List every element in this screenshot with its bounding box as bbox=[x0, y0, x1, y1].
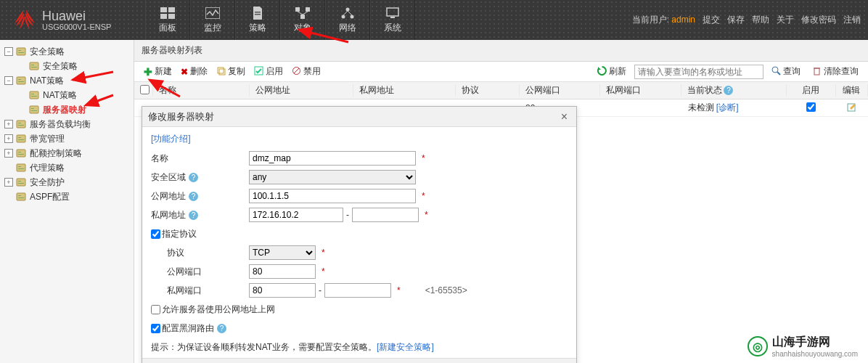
tree-label: 服务器映射 bbox=[43, 104, 86, 116]
svg-rect-43 bbox=[17, 164, 25, 171]
close-icon[interactable]: × bbox=[558, 110, 570, 123]
select-all-checkbox[interactable] bbox=[140, 85, 150, 94]
diagnose-link[interactable]: [诊断] bbox=[716, 102, 739, 113]
disable-button[interactable]: 禁用 bbox=[288, 64, 324, 79]
tab-dashboard[interactable]: 面板 bbox=[145, 0, 190, 40]
svg-rect-17 bbox=[387, 8, 398, 16]
tree-item-1[interactable]: 安全策略 bbox=[0, 59, 134, 73]
allow-public-surf-checkbox[interactable] bbox=[151, 305, 160, 314]
folder-icon bbox=[16, 76, 28, 86]
tree-item-2[interactable]: NAT策略 bbox=[0, 73, 134, 88]
tree-label: 安全防护 bbox=[30, 176, 65, 189]
folder-icon bbox=[16, 163, 28, 173]
clear-query-button[interactable]: 清除查询 bbox=[808, 64, 862, 79]
col-public-addr: 公网地址 bbox=[250, 84, 353, 97]
policy-icon bbox=[250, 7, 266, 20]
help-icon[interactable]: ? bbox=[217, 324, 226, 333]
tab-policy[interactable]: 策略 bbox=[235, 0, 280, 40]
dialog-title-bar[interactable]: 修改服务器映射 × bbox=[142, 107, 576, 127]
new-security-policy-link[interactable]: [新建安全策略] bbox=[377, 342, 434, 352]
disable-icon bbox=[292, 66, 301, 78]
tree-item-0[interactable]: 安全策略 bbox=[0, 44, 134, 59]
search-input[interactable] bbox=[634, 65, 763, 79]
enable-button[interactable]: 启用 bbox=[250, 64, 287, 79]
row-enable-checkbox[interactable] bbox=[806, 102, 816, 112]
svg-rect-1 bbox=[168, 7, 175, 12]
action-logout[interactable]: 注销 bbox=[843, 14, 861, 26]
name-input[interactable] bbox=[249, 151, 416, 166]
tab-system[interactable]: 系统 bbox=[370, 0, 415, 40]
tree-toggle-icon[interactable] bbox=[4, 47, 13, 56]
action-change-password[interactable]: 修改密码 bbox=[801, 14, 836, 26]
private-ip-input[interactable] bbox=[249, 208, 343, 222]
watermark-sub: shanhaishouyouwang.com bbox=[772, 350, 858, 358]
protocol-select[interactable]: TCP bbox=[249, 245, 316, 260]
tree-item-7[interactable]: 配额控制策略 bbox=[0, 146, 134, 160]
watermark: ◎ 山海手游网shanhaishouyouwang.com bbox=[745, 333, 861, 359]
current-user-label: 当前用户: admin bbox=[632, 14, 695, 26]
tree-item-3[interactable]: NAT策略 bbox=[0, 88, 134, 102]
edit-icon[interactable] bbox=[847, 104, 857, 114]
action-help[interactable]: 帮助 bbox=[752, 14, 769, 26]
private-port-end-input[interactable] bbox=[324, 283, 391, 298]
private-ip-end-input[interactable] bbox=[352, 208, 419, 222]
public-ip-input[interactable] bbox=[249, 189, 416, 203]
delete-button[interactable]: ✖删除 bbox=[177, 64, 211, 79]
tab-monitor[interactable]: 监控 bbox=[190, 0, 235, 40]
svg-line-58 bbox=[777, 72, 780, 75]
function-intro-link[interactable]: [功能介绍] bbox=[151, 133, 191, 145]
label-zone: 安全区域? bbox=[151, 171, 249, 184]
new-button[interactable]: ✚新建 bbox=[140, 64, 176, 79]
private-port-input[interactable] bbox=[249, 283, 316, 298]
col-edit: 编辑 bbox=[836, 84, 868, 97]
help-icon[interactable]: ? bbox=[189, 173, 198, 182]
svg-rect-23 bbox=[31, 65, 34, 65]
toolbar: ✚新建 ✖删除 复制 启用 禁用 刷新 查询 清除查询 bbox=[134, 62, 868, 82]
query-button[interactable]: 查询 bbox=[768, 64, 804, 79]
tab-network[interactable]: 网络 bbox=[325, 0, 370, 40]
svg-rect-26 bbox=[18, 79, 21, 80]
tab-object[interactable]: 对象 bbox=[280, 0, 325, 40]
table-header: 名称 公网地址 私网地址 协议 公网端口 私网端口 当前状态? 启用 编辑 bbox=[134, 82, 868, 99]
dashboard-icon bbox=[160, 7, 176, 20]
svg-rect-29 bbox=[31, 94, 34, 94]
folder-icon bbox=[16, 134, 28, 144]
help-icon[interactable]: ? bbox=[189, 192, 198, 201]
help-icon[interactable]: ? bbox=[189, 211, 198, 220]
blackhole-route-checkbox[interactable] bbox=[151, 324, 160, 333]
clear-icon bbox=[812, 66, 822, 78]
action-save[interactable]: 保存 bbox=[727, 14, 745, 26]
tree-toggle-icon[interactable] bbox=[4, 120, 13, 129]
folder-icon bbox=[16, 46, 28, 57]
action-submit[interactable]: 提交 bbox=[703, 14, 720, 26]
svg-rect-41 bbox=[18, 152, 21, 152]
tree-item-8[interactable]: 代理策略 bbox=[0, 160, 134, 175]
tree-item-4[interactable]: 服务器映射 bbox=[0, 102, 134, 117]
folder-icon bbox=[29, 61, 41, 71]
folder-icon bbox=[16, 192, 28, 202]
folder-icon bbox=[29, 90, 41, 100]
model-name: USG6000V1-ENSP bbox=[42, 23, 111, 31]
public-port-input[interactable] bbox=[249, 264, 316, 279]
svg-rect-8 bbox=[306, 7, 310, 12]
svg-line-15 bbox=[343, 11, 348, 15]
tree-toggle-icon[interactable] bbox=[4, 178, 13, 187]
col-status: 当前状态? bbox=[681, 84, 787, 97]
tree-toggle-icon[interactable] bbox=[4, 134, 13, 143]
col-protocol: 协议 bbox=[456, 84, 520, 97]
panel-title: 服务器映射列表 bbox=[134, 40, 868, 62]
help-icon[interactable]: ? bbox=[724, 86, 733, 95]
tree-item-10[interactable]: ASPF配置 bbox=[0, 189, 134, 204]
tree-item-6[interactable]: 带宽管理 bbox=[0, 131, 134, 146]
copy-button[interactable]: 复制 bbox=[213, 64, 249, 79]
zone-select[interactable]: any bbox=[249, 170, 416, 184]
action-about[interactable]: 关于 bbox=[777, 14, 794, 26]
refresh-button[interactable]: 刷新 bbox=[594, 64, 630, 79]
tree-item-5[interactable]: 服务器负载均衡 bbox=[0, 117, 134, 131]
watermark-title: 山海手游网 bbox=[772, 335, 858, 350]
tree-label: 代理策略 bbox=[30, 162, 65, 174]
tree-toggle-icon[interactable] bbox=[4, 149, 13, 158]
tree-toggle-icon[interactable] bbox=[4, 76, 13, 85]
tree-item-9[interactable]: 安全防护 bbox=[0, 175, 134, 189]
specify-protocol-checkbox[interactable] bbox=[151, 229, 160, 239]
